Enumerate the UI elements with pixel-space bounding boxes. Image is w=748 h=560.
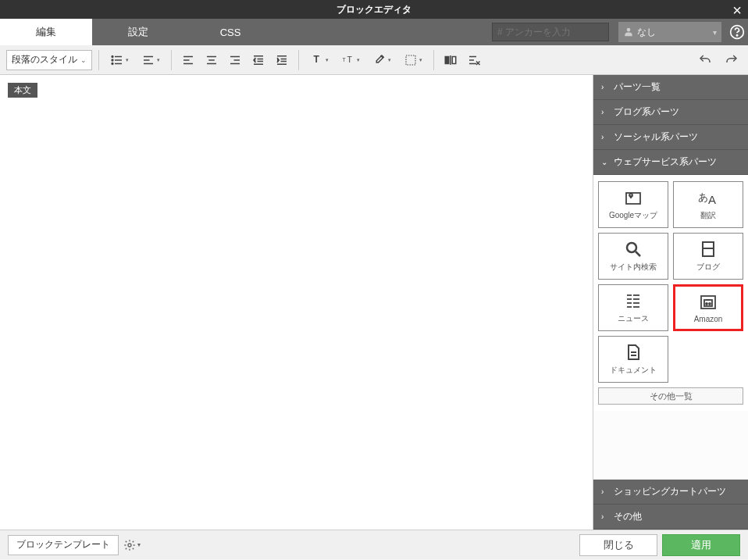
svg-rect-33 [445,56,449,63]
chevron-down-icon: ▾ [126,57,129,63]
part-document[interactable]: ドキュメント [598,336,668,383]
gear-icon [123,539,136,551]
animation-label: なし [637,26,656,39]
acc-social-parts[interactable]: ›ソーシャル系パーツ [593,125,748,150]
svg-rect-32 [406,55,415,65]
list-icon [110,53,124,67]
main-area: 本文 ›パーツ一覧 ›ブログ系パーツ ›ソーシャル系パーツ ⌄ウェブサービス系パ… [0,75,748,530]
part-label: Googleマップ [609,210,657,221]
close-button[interactable]: 閉じる [579,534,657,556]
eyedropper-button[interactable]: ▾ [368,50,396,70]
svg-text:T: T [347,55,353,64]
editor-canvas[interactable]: 本文 [0,75,593,530]
chevron-down-icon: ⌄ [80,56,87,64]
part-label: ドキュメント [610,365,657,376]
part-label: 翻訳 [700,210,716,221]
align-left-icon [181,53,195,67]
amazon-icon [697,293,719,312]
acc-label: ソーシャル系パーツ [614,130,698,144]
indent-increase-icon [275,53,289,67]
search-icon [622,240,644,259]
acc-body-webservice: Googleマップ あA 翻訳 サイト内検索 ブログ [593,175,748,411]
blog-icon [697,240,719,259]
align-icon [141,53,155,67]
tab-edit[interactable]: 編集 [0,19,92,45]
tab-bar: 編集 設定 CSS なし ▾ [0,19,748,45]
chevron-right-icon: › [601,83,611,91]
tab-css[interactable]: CSS [184,19,276,45]
acc-label: ウェブサービス系パーツ [614,155,717,169]
clear-format-button[interactable] [464,50,484,70]
redo-button[interactable] [721,50,742,70]
part-label: サイト内検索 [610,262,657,273]
footer: ブロックテンプレート ▾ 閉じる 適用 [0,530,748,559]
acc-webservice-parts[interactable]: ⌄ウェブサービス系パーツ [593,150,748,175]
acc-label: パーツ一覧 [614,80,661,94]
document-icon [622,343,644,362]
part-amazon[interactable]: Amazon [673,284,743,331]
title-bar: ブロックエディタ × [0,0,748,19]
part-blog[interactable]: ブログ [673,233,743,280]
svg-text:T: T [314,54,320,65]
chevron-down-icon: ⌄ [601,158,611,166]
acc-blog-parts[interactable]: ›ブログ系パーツ [593,100,748,125]
part-translate[interactable]: あA 翻訳 [673,181,743,228]
align-dropdown-button[interactable]: ▾ [137,50,165,70]
svg-text:あ: あ [698,191,708,203]
svg-line-46 [636,251,640,256]
chevron-right-icon: › [601,512,611,521]
acc-shopping-cart-parts[interactable]: ›ショッピングカートパーツ [593,480,748,505]
svg-point-5 [112,62,113,64]
font-size-button[interactable]: TT ▾ [337,50,365,70]
paragraph-style-label: 段落のスタイル [12,53,77,66]
select-icon [404,53,418,67]
part-google-map[interactable]: Googleマップ [598,181,668,228]
align-right-button[interactable] [225,50,245,70]
close-icon[interactable]: × [732,2,742,20]
undo-icon [698,53,712,67]
mirror-button[interactable] [440,50,461,70]
paragraph-style-dropdown[interactable]: 段落のスタイル ⌄ [6,50,92,70]
indent-decrease-button[interactable] [248,50,269,70]
svg-point-59 [706,303,707,305]
acc-parts-list[interactable]: ›パーツ一覧 [593,75,748,100]
svg-point-64 [128,544,131,547]
anchor-input[interactable] [492,23,609,41]
align-center-button[interactable] [201,50,222,70]
person-icon [623,27,634,37]
help-icon [729,24,745,40]
chevron-down-icon: ▾ [713,28,717,37]
block-template-button[interactable]: ブロックテンプレート [8,535,119,555]
chevron-down-icon: ▾ [157,57,160,63]
animation-select[interactable]: なし ▾ [618,22,721,42]
settings-gear-button[interactable]: ▾ [123,539,141,551]
apply-button[interactable]: 適用 [662,534,740,556]
clear-format-icon [467,53,481,67]
chevron-down-icon: ▾ [326,57,329,63]
acc-label: その他 [614,510,642,523]
part-label: ニュース [618,313,649,324]
redo-icon [725,53,739,67]
part-site-search[interactable]: サイト内検索 [598,233,668,280]
help-button[interactable] [726,19,748,45]
list-button[interactable]: ▾ [105,50,134,70]
undo-button[interactable] [695,50,715,70]
chevron-down-icon: ▾ [419,57,422,63]
other-list-button[interactable]: その他一覧 [598,387,743,405]
content-label: 本文 [8,83,37,98]
svg-text:T: T [343,57,346,62]
part-news[interactable]: ニュース [598,284,668,331]
svg-point-60 [709,303,711,305]
align-left-button[interactable] [178,50,198,70]
select-button[interactable]: ▾ [399,50,427,70]
toolbar: 段落のスタイル ⌄ ▾ ▾ T ▾ TT ▾ ▾ ▾ [0,45,748,75]
svg-rect-41 [626,193,640,204]
tab-settings[interactable]: 設定 [92,19,184,45]
chevron-down-icon: ▾ [357,57,360,63]
font-color-button[interactable]: T ▾ [305,50,333,70]
window-title: ブロックエディタ [337,3,411,16]
svg-point-4 [112,59,113,61]
indent-increase-button[interactable] [272,50,292,70]
acc-other[interactable]: ›その他 [593,505,748,530]
align-right-icon [228,53,242,67]
